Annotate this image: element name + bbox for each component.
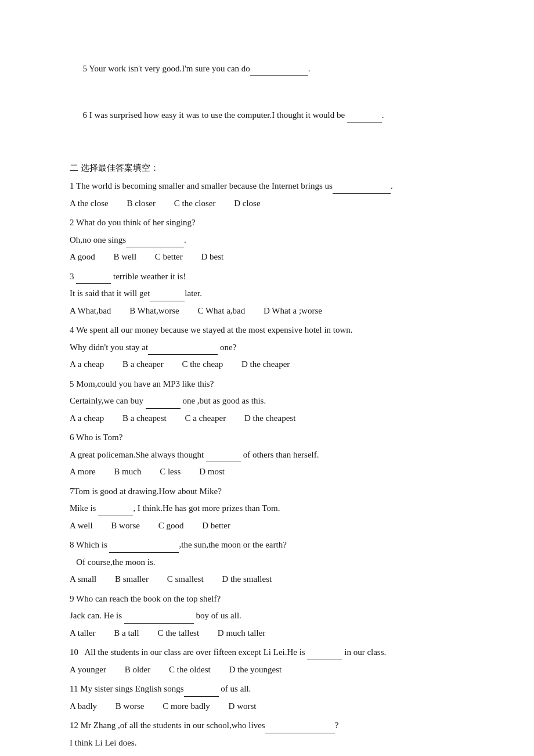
q4-opt-d: D the cheaper	[241, 357, 290, 372]
q6-options: A more B much C less D most	[70, 465, 464, 480]
q9-options: A taller B a tall C the tallest D much t…	[70, 626, 464, 641]
q5-opt-a: A a cheap	[70, 411, 104, 426]
q11-text: 11 My sister sings English songs of us a…	[70, 682, 464, 697]
q10-opt-b: B older	[125, 663, 151, 678]
q2-sub: Oh,no one sings.	[70, 233, 464, 248]
q4-text: 4 We spent all our money because we stay…	[70, 323, 464, 338]
q12-text: 12 Mr Zhang ,of all the students in our …	[70, 718, 464, 733]
q4-opt-b: B a cheaper	[122, 357, 164, 372]
q3-text: 3 terrible weather it is!	[70, 269, 464, 285]
q12-opt-d: D the farther	[208, 753, 252, 756]
q12-options: A far B farther C farthest D the farther	[70, 753, 464, 756]
q9-opt-a: A taller	[70, 626, 96, 641]
question-1: 1 The world is becoming smaller and smal…	[70, 179, 464, 211]
question-6: 6 Who is Tom? A great policeman.She alwa…	[70, 430, 464, 480]
q3-options: A What,bad B What,worse C What a,bad D W…	[70, 304, 464, 319]
q11-options: A badly B worse C more badly D worst	[70, 699, 464, 714]
worksheet-container: 5 Your work isn't very good.I'm sure you…	[70, 46, 464, 756]
q8-opt-c: C smallest	[167, 572, 204, 587]
q10-opt-d: D the youngest	[229, 663, 282, 678]
q7-options: A well B worse C good D better	[70, 519, 464, 534]
q8-opt-a: A small	[70, 572, 96, 587]
q2-opt-c: C better	[155, 250, 183, 265]
q11-opt-a: A badly	[70, 699, 97, 714]
q1-opt-c: C the closer	[174, 196, 216, 211]
q4-sub: Why didn't you stay at one?	[70, 340, 464, 355]
q7-opt-c: C good	[158, 519, 184, 534]
q7-opt-d: D better	[202, 519, 230, 534]
question-10: 10 All the students in our class are ove…	[70, 645, 464, 677]
question-4: 4 We spent all our money because we stay…	[70, 323, 464, 372]
q1-opt-d: D close	[234, 196, 260, 211]
intro-section: 5 Your work isn't very good.I'm sure you…	[70, 46, 464, 138]
q2-opt-d: D best	[201, 250, 224, 265]
q6-opt-c: C less	[160, 465, 181, 480]
q3-sub: It is said that it will getlater.	[70, 286, 464, 301]
q9-opt-b: B a tall	[114, 626, 139, 641]
q7-sub: Mike is , I think.He has got more prizes…	[70, 501, 464, 516]
q2-options: A good B well C better D best	[70, 250, 464, 265]
question-12: 12 Mr Zhang ,of all the students in our …	[70, 718, 464, 756]
q6-opt-d: D most	[199, 465, 225, 480]
q5-options: A a cheap B a cheapest C a cheaper D the…	[70, 411, 464, 426]
q11-opt-d: D worst	[229, 699, 257, 714]
q5-sub: Certainly,we can buy one ,but as good as…	[70, 394, 464, 409]
question-2: 2 What do you think of her singing? Oh,n…	[70, 215, 464, 265]
q8-sub: Of course,the moon is.	[70, 555, 464, 570]
q10-options: A younger B older C the oldest D the you…	[70, 663, 464, 678]
q8-opt-d: D the smallest	[222, 572, 272, 587]
q9-opt-c: C the tallest	[157, 626, 199, 641]
q9-sub: Jack can. He is boy of us all.	[70, 609, 464, 624]
q2-opt-a: A good	[70, 250, 95, 265]
intro-q5: 5 Your work isn't very good.I'm sure you…	[70, 46, 464, 91]
question-8: 8 Which is ,the sun,the moon or the eart…	[70, 538, 464, 587]
q2-opt-b: B well	[114, 250, 137, 265]
q12-opt-a: A far	[70, 753, 87, 756]
q6-text: 6 Who is Tom?	[70, 430, 464, 445]
q5-text: 5 Mom,could you have an MP3 like this?	[70, 377, 464, 392]
q5-opt-c: C a cheaper	[185, 411, 226, 426]
q4-opt-a: A a cheap	[70, 357, 104, 372]
q6-opt-a: A more	[70, 465, 96, 480]
q6-opt-b: B much	[114, 465, 141, 480]
q2-text: 2 What do you think of her singing?	[70, 215, 464, 231]
q3-opt-b: B What,worse	[129, 304, 179, 319]
q10-opt-a: A younger	[70, 663, 106, 678]
q8-options: A small B smaller C smallest D the small…	[70, 572, 464, 587]
q6-sub: A great policeman.She always thought of …	[70, 448, 464, 463]
q7-opt-b: B worse	[111, 519, 140, 534]
q3-opt-d: D What a ;worse	[264, 304, 322, 319]
q11-opt-c: C more badly	[163, 699, 210, 714]
q3-opt-c: C What a,bad	[197, 304, 245, 319]
q1-options: A the close B closer C the closer D clos…	[70, 196, 464, 211]
q7-opt-a: A well	[70, 519, 93, 534]
q10-opt-c: C the oldest	[169, 663, 211, 678]
q12-opt-b: B farther	[106, 753, 137, 756]
q11-opt-b: B worse	[116, 699, 145, 714]
q4-options: A a cheap B a cheaper C the cheap D the …	[70, 357, 464, 372]
q8-text: 8 Which is ,the sun,the moon or the eart…	[70, 538, 464, 553]
q12-sub: I think Li Lei does.	[70, 736, 464, 751]
section-heading: 二 选择最佳答案填空：	[70, 161, 464, 176]
q12-opt-c: C farthest	[156, 753, 190, 756]
q9-opt-d: D much taller	[218, 626, 265, 641]
q5-opt-d: D the cheapest	[244, 411, 295, 426]
q3-opt-a: A What,bad	[70, 304, 111, 319]
question-5: 5 Mom,could you have an MP3 like this? C…	[70, 377, 464, 426]
intro-q6: 6 I was surprised how easy it was to use…	[70, 93, 464, 138]
q9-text: 9 Who can reach the book on the top shel…	[70, 592, 464, 607]
q1-text: 1 The world is becoming smaller and smal…	[70, 179, 464, 194]
q1-opt-a: A the close	[70, 196, 109, 211]
question-3: 3 terrible weather it is! It is said tha…	[70, 269, 464, 319]
q10-text: 10 All the students in our class are ove…	[70, 645, 464, 660]
q8-opt-b: B smaller	[115, 572, 149, 587]
q4-opt-c: C the cheap	[182, 357, 223, 372]
question-11: 11 My sister sings English songs of us a…	[70, 682, 464, 714]
q1-opt-b: B closer	[127, 196, 156, 211]
question-7: 7Tom is good at drawing.How about Mike? …	[70, 484, 464, 534]
q5-opt-b: B a cheapest	[122, 411, 167, 426]
question-9: 9 Who can reach the book on the top shel…	[70, 592, 464, 641]
q7-text: 7Tom is good at drawing.How about Mike?	[70, 484, 464, 499]
